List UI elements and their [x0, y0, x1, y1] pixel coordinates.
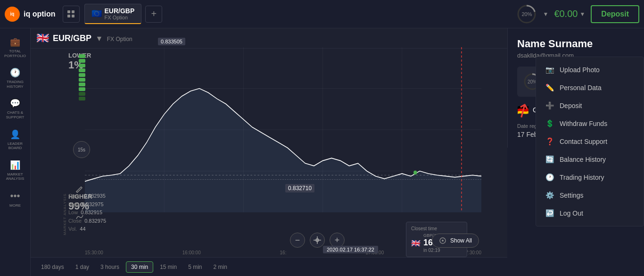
green-bar-7: [79, 83, 85, 86]
show-all-label: Show All: [450, 237, 472, 244]
chat-icon: 💬: [10, 98, 20, 109]
sidebar-label-market: MARKETANALYSIS: [6, 172, 25, 181]
vol-value: 44: [80, 225, 85, 234]
menu-settings[interactable]: ⚙️ Settings: [536, 186, 644, 204]
sidebar: 💼 TOTALPORTFOLIO 🕐 TRADINGHISTORY 💬 CHAT…: [0, 28, 31, 276]
sidebar-label-chats: CHATS &SUPPORT: [6, 110, 25, 119]
timeframe-bar: 180 days 1 day 3 hours 30 min 15 min 5 m…: [31, 257, 507, 276]
tf-3hours[interactable]: 3 hours: [96, 262, 124, 272]
dots-icon: •••: [10, 191, 20, 201]
tf-5min[interactable]: 5 min: [183, 262, 206, 272]
green-bar-3: [79, 64, 85, 67]
current-price-value: 0.832710: [288, 185, 312, 192]
time-3: 16:: [280, 250, 287, 255]
svg-point-10: [413, 170, 417, 175]
sidebar-item-history[interactable]: 🕐 TRADINGHISTORY: [2, 64, 28, 92]
interval-15s-badge[interactable]: 15s: [73, 141, 90, 158]
logout-icon: ↩️: [545, 209, 554, 217]
pair-flag-icon: 🇬🇧: [36, 32, 49, 44]
svg-line-12: [76, 192, 77, 192]
dropdown-menu: 📷 Upload Photo ✏️ Personal Data ➕ Deposi…: [536, 57, 644, 226]
add-tab-button[interactable]: +: [145, 6, 162, 23]
menu-personal-data[interactable]: ✏️ Personal Data: [536, 79, 644, 97]
tab-type: FX Option: [105, 15, 135, 20]
indicator-tool-button[interactable]: [73, 211, 86, 224]
header-right: 20% ▼ €0.00 ▼ Deposit: [516, 4, 639, 25]
refresh-icon: 🔄: [545, 155, 554, 164]
sidebar-label-more: MORE: [9, 203, 21, 208]
tf-15min[interactable]: 15 min: [155, 262, 182, 272]
peak-price-value: 0.833505: [161, 39, 182, 44]
close-value: 0.832975: [84, 217, 106, 226]
sidebar-item-portfolio[interactable]: 💼 TOTALPORTFOLIO: [2, 33, 28, 62]
balance-value: €0.00: [554, 8, 578, 19]
tf-2min[interactable]: 2 min: [209, 262, 232, 272]
grid-menu-button[interactable]: [63, 6, 80, 23]
pair-name: EUR/GBP: [53, 33, 91, 43]
balance-display[interactable]: €0.00 ▼: [554, 8, 585, 19]
chart-header: 🇬🇧 EUR/GBP ▼ FX Option: [31, 28, 507, 49]
gear-icon: ⚙️: [545, 191, 554, 200]
deposit-button[interactable]: Deposit: [591, 5, 639, 23]
show-all-button[interactable]: Show All: [432, 234, 479, 248]
briefcase-icon: 💼: [10, 37, 20, 47]
progress-circle[interactable]: 20%: [516, 4, 537, 25]
grid-dots-icon: [67, 10, 74, 17]
high-label: High: [68, 201, 79, 209]
logo-icon: iq: [5, 7, 20, 22]
question-icon: ❓: [545, 137, 554, 146]
right-panel: Name Surname dsakllda@gmail.com 20% Fini…: [507, 28, 644, 276]
closest-time-label: Closest time: [411, 226, 462, 231]
trading-history-label: Trading History: [560, 174, 604, 181]
sidebar-item-leaderboard[interactable]: 👤 LEADERBOARD: [2, 125, 28, 154]
ct-sub: in 02:19: [423, 248, 445, 253]
sidebar-item-market[interactable]: 📊 MARKETANALYSIS: [2, 156, 28, 185]
green-bar-4: [79, 68, 85, 72]
chart-bar-icon: 📊: [10, 160, 20, 170]
menu-withdraw[interactable]: 💲 Withdraw Funds: [536, 115, 644, 133]
time-2: 16:00:00: [182, 250, 201, 255]
green-bar-6: [79, 78, 85, 82]
menu-logout[interactable]: ↩️ Log Out: [536, 204, 644, 222]
pair-dropdown-icon[interactable]: ▼: [95, 34, 103, 42]
logo[interactable]: iq iq option: [5, 7, 56, 22]
dollar-icon: 💲: [545, 119, 554, 128]
contact-support-label: Contact Support: [560, 138, 607, 145]
withdraw-label: Withdraw Funds: [560, 120, 607, 127]
green-bar-2: [79, 59, 85, 63]
person-icon: 👤: [10, 129, 20, 140]
draw-tool-button[interactable]: [73, 183, 86, 196]
progress-arrow-icon: ▼: [543, 11, 548, 17]
sidebar-item-more[interactable]: ••• MORE: [2, 187, 28, 211]
chart-container: 🇬🇧 EUR/GBP ▼ FX Option LOWER 1%: [31, 28, 507, 276]
logout-label: Log Out: [560, 209, 583, 217]
timestamp-value: 2020.02.17 16:37:22: [327, 247, 374, 252]
menu-contact-support[interactable]: ❓ Contact Support: [536, 133, 644, 151]
balance-history-label: Balance History: [560, 156, 606, 163]
svg-point-17: [442, 240, 444, 242]
crosshair-button[interactable]: [310, 233, 325, 248]
menu-balance-history[interactable]: 🔄 Balance History: [536, 151, 644, 168]
reference-line: [85, 179, 481, 180]
tf-180days[interactable]: 180 days: [36, 262, 69, 272]
zoom-out-button[interactable]: −: [290, 233, 305, 248]
personal-data-label: Personal Data: [560, 84, 602, 92]
peak-price-label: 0.833505: [158, 38, 185, 45]
menu-deposit[interactable]: ➕ Deposit: [536, 97, 644, 115]
time-1: 15:30:00: [85, 250, 103, 255]
sidebar-label-history: TRADINGHISTORY: [7, 80, 24, 89]
timestamp-label: 2020.02.17 16:37:22: [323, 246, 378, 253]
balance-arrow-icon: ▼: [579, 11, 585, 17]
tf-30min[interactable]: 30 min: [126, 261, 153, 273]
menu-upload-photo[interactable]: 📷 Upload Photo: [536, 61, 644, 79]
deposit-icon: ➕: [545, 101, 554, 110]
menu-trading-history[interactable]: 🕐 Trading History: [536, 168, 644, 186]
pair-info: EUR/GBP ▼ FX Option: [53, 33, 132, 43]
tf-1day[interactable]: 1 day: [71, 262, 94, 272]
active-tab[interactable]: 🇪🇺 EUR/GBP FX Option: [84, 4, 142, 24]
sidebar-label-leaderboard: LEADERBOARD: [8, 142, 23, 151]
sidebar-item-chats[interactable]: 💬 CHATS &SUPPORT: [2, 94, 28, 123]
clock-icon: 🕐: [10, 67, 20, 78]
green-bar-8: [79, 87, 85, 91]
interval-15s-label: 15s: [78, 147, 85, 152]
